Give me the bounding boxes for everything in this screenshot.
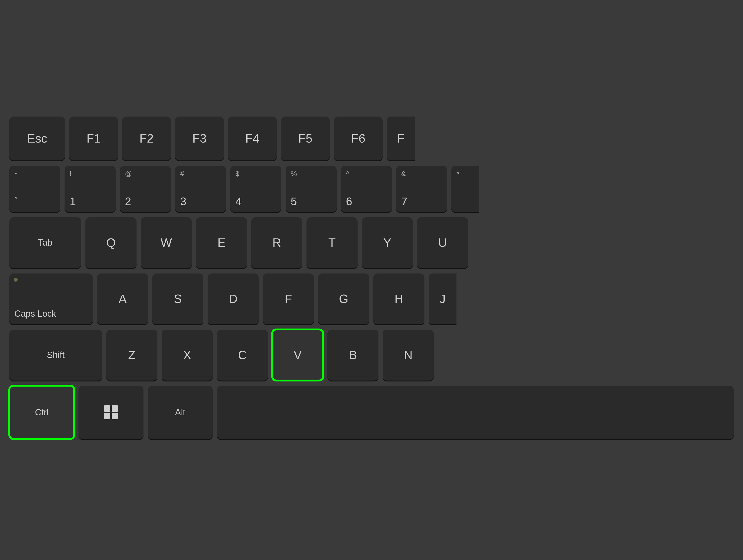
key-s[interactable]: S xyxy=(152,273,204,325)
key-r-label: R xyxy=(256,221,297,264)
key-backtick-bottom: ` xyxy=(14,195,18,208)
key-s-label: S xyxy=(158,277,198,320)
key-c[interactable]: C xyxy=(217,330,268,381)
key-w[interactable]: W xyxy=(141,217,192,268)
key-alt-label: Alt xyxy=(153,390,208,435)
key-ctrl-label: Ctrl xyxy=(14,390,69,435)
key-3[interactable]: # 3 xyxy=(175,166,226,212)
key-f5-label: F5 xyxy=(286,121,324,156)
key-d[interactable]: D xyxy=(208,273,259,325)
key-z-label: Z xyxy=(112,334,152,376)
key-g[interactable]: G xyxy=(318,273,369,325)
key-2-bottom: 2 xyxy=(125,195,131,208)
key-a[interactable]: A xyxy=(97,273,148,325)
key-q[interactable]: Q xyxy=(85,217,136,268)
key-x-label: X xyxy=(167,334,208,376)
capslock-indicator xyxy=(14,278,18,282)
key-tab-label: Tab xyxy=(14,221,76,264)
key-f5[interactable]: F5 xyxy=(281,116,330,161)
key-capslock-label: Caps Lock xyxy=(14,309,56,319)
key-5-bottom: 5 xyxy=(291,195,297,208)
key-c-label: C xyxy=(222,334,263,376)
key-h-label: H xyxy=(379,277,419,320)
key-f6[interactable]: F6 xyxy=(334,116,383,161)
key-7[interactable]: & 7 xyxy=(396,166,447,212)
key-y-label: Y xyxy=(367,221,408,264)
key-j-label: J xyxy=(434,277,451,320)
key-t[interactable]: T xyxy=(306,217,358,268)
key-f7-partial[interactable]: F xyxy=(387,116,415,161)
key-y[interactable]: Y xyxy=(362,217,413,268)
key-tab[interactable]: Tab xyxy=(9,217,81,268)
key-win-icon xyxy=(84,390,138,435)
key-v-label: V xyxy=(277,334,318,376)
key-alt[interactable]: Alt xyxy=(148,386,213,439)
key-5-top: % xyxy=(291,170,297,178)
key-f4[interactable]: F4 xyxy=(228,116,277,161)
key-f7-label: F xyxy=(392,121,409,156)
key-j-partial[interactable]: J xyxy=(429,273,456,325)
key-6[interactable]: ^ 6 xyxy=(341,166,392,212)
key-esc[interactable]: Esc xyxy=(9,116,65,161)
key-shift-label: Shift xyxy=(14,334,97,376)
key-w-label: W xyxy=(146,221,187,264)
key-2-top: @ xyxy=(125,170,132,178)
asdf-row: Caps Lock A S D F G H J xyxy=(9,273,734,325)
key-f3-label: F3 xyxy=(180,121,219,156)
key-7-bottom: 7 xyxy=(401,195,407,208)
key-f-label: F xyxy=(268,277,309,320)
key-z[interactable]: Z xyxy=(106,330,158,381)
key-esc-label: Esc xyxy=(14,121,60,156)
key-a-label: A xyxy=(102,277,143,320)
key-1[interactable]: ! 1 xyxy=(64,166,116,212)
key-v[interactable]: V xyxy=(272,330,323,381)
key-3-top: # xyxy=(180,170,184,178)
key-u[interactable]: U xyxy=(417,217,468,268)
key-f1-label: F1 xyxy=(74,121,113,156)
key-capslock[interactable]: Caps Lock xyxy=(9,273,93,325)
key-3-bottom: 3 xyxy=(180,195,186,208)
key-ctrl[interactable]: Ctrl xyxy=(9,386,74,439)
key-n-label: N xyxy=(388,334,429,376)
key-h[interactable]: H xyxy=(374,273,425,325)
key-f[interactable]: F xyxy=(263,273,314,325)
key-space[interactable] xyxy=(217,386,734,439)
key-f4-label: F4 xyxy=(233,121,272,156)
key-n[interactable]: N xyxy=(383,330,434,381)
key-6-bottom: 6 xyxy=(346,195,352,208)
key-e[interactable]: E xyxy=(196,217,247,268)
key-f2-label: F2 xyxy=(127,121,166,156)
key-f3[interactable]: F3 xyxy=(175,116,224,161)
key-b[interactable]: B xyxy=(327,330,379,381)
key-backtick[interactable]: ~ ` xyxy=(9,166,60,212)
fn-row: Esc F1 F2 F3 F4 F5 F6 F xyxy=(9,116,734,161)
key-5[interactable]: % 5 xyxy=(286,166,337,212)
key-space-label xyxy=(222,390,729,435)
key-shift[interactable]: Shift xyxy=(9,330,102,381)
key-g-label: G xyxy=(323,277,364,320)
key-4-bottom: 4 xyxy=(235,195,242,208)
key-q-label: Q xyxy=(91,221,131,264)
zxcv-row: Shift Z X C V B N xyxy=(9,330,734,381)
key-8-partial[interactable]: * xyxy=(451,166,479,212)
key-b-label: B xyxy=(333,334,374,376)
key-backtick-top: ~ xyxy=(14,170,18,178)
key-7-top: & xyxy=(401,170,406,178)
key-r[interactable]: R xyxy=(251,217,302,268)
key-6-top: ^ xyxy=(346,170,349,178)
qwerty-row: Tab Q W E R T Y U xyxy=(9,217,734,268)
bottom-row: Ctrl Alt xyxy=(9,386,734,439)
key-1-top: ! xyxy=(70,170,72,178)
key-e-label: E xyxy=(201,221,242,264)
key-2[interactable]: @ 2 xyxy=(120,166,171,212)
key-x[interactable]: X xyxy=(162,330,213,381)
key-d-label: D xyxy=(213,277,254,320)
key-1-bottom: 1 xyxy=(70,195,76,208)
key-f2[interactable]: F2 xyxy=(122,116,171,161)
key-4-top: $ xyxy=(235,170,239,178)
key-4[interactable]: $ 4 xyxy=(230,166,281,212)
key-8-top: * xyxy=(456,170,459,178)
key-t-label: T xyxy=(312,221,352,264)
key-f1[interactable]: F1 xyxy=(69,116,118,161)
key-win[interactable] xyxy=(79,386,143,439)
